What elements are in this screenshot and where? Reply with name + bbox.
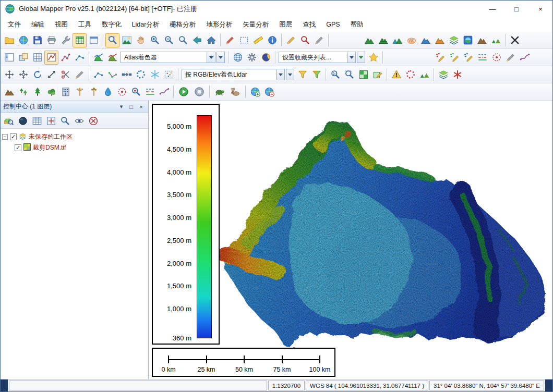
center-on-layer-button[interactable]: [44, 114, 58, 128]
lidar-edit-button[interactable]: [370, 68, 384, 82]
pan-button[interactable]: [134, 33, 148, 47]
menu-item-8[interactable]: 地形分析: [201, 18, 237, 32]
day-night-button[interactable]: [259, 51, 273, 65]
shader-dropdown-arrow[interactable]: [217, 52, 225, 63]
lidar-filter-color-button[interactable]: [309, 68, 323, 82]
layer-attributes-button[interactable]: [30, 114, 44, 128]
sketch-range-button[interactable]: [489, 51, 503, 65]
workspace-label[interactable]: 未保存的工作区: [29, 132, 73, 141]
zoom-out-button[interactable]: [162, 33, 176, 47]
play-simulation-button[interactable]: [176, 84, 191, 100]
lidar-color-button[interactable]: [162, 68, 176, 82]
forest-button[interactable]: [16, 85, 30, 99]
add-globe-layer-button[interactable]: [248, 85, 262, 99]
water-button[interactable]: [101, 85, 115, 99]
overlay-control-button[interactable]: [16, 51, 30, 65]
site-plan-button[interactable]: [129, 85, 143, 99]
maximize-button[interactable]: □: [504, 1, 528, 17]
lidar-noise-button[interactable]: [148, 68, 162, 82]
open-file-button[interactable]: [2, 33, 16, 47]
feature-info-button[interactable]: [265, 33, 279, 47]
vegetation-button[interactable]: [44, 85, 58, 99]
lidar-zoom-button[interactable]: [328, 68, 342, 82]
sketch-spline-button[interactable]: [475, 51, 489, 65]
view-3d-button[interactable]: [119, 33, 134, 47]
lidar-layers-button[interactable]: [436, 68, 450, 82]
sketch-point-button[interactable]: [433, 51, 447, 65]
search-features-button[interactable]: [298, 33, 312, 47]
terrain-profile-button[interactable]: [91, 51, 105, 65]
remove-globe-layer-button[interactable]: [262, 85, 276, 99]
open-online-data-button[interactable]: [16, 33, 30, 47]
lidar-filter-button[interactable]: [295, 68, 309, 82]
panel-pin-button[interactable]: ▾: [117, 102, 126, 111]
panel-close-button[interactable]: ×: [137, 102, 146, 111]
lidar-terrain-button[interactable]: [417, 68, 431, 82]
menu-item-13[interactable]: 帮助: [345, 18, 369, 32]
menu-item-5[interactable]: 数字化: [97, 18, 127, 32]
workspace-checkbox[interactable]: ✓: [10, 133, 17, 140]
select-features-button[interactable]: [237, 33, 251, 47]
control-center-button[interactable]: [2, 51, 16, 65]
print-button[interactable]: [44, 33, 58, 47]
map-view[interactable]: 5,000 m4,500 m4,000 m3,500 m3,000 m2,500…: [149, 101, 552, 379]
terrain-compare-button[interactable]: [390, 33, 404, 47]
terrain-viewshed-button[interactable]: [362, 33, 376, 47]
lidar-dropdown-arrow[interactable]: [286, 69, 294, 80]
measure-button[interactable]: [251, 33, 265, 47]
utility-pole-button[interactable]: [87, 85, 101, 99]
layer-tree-row[interactable]: ✓ 裁剪DSM.tif: [2, 142, 147, 153]
watershed-button[interactable]: [418, 33, 432, 47]
menu-item-6[interactable]: Lidar分析: [127, 18, 165, 32]
menu-item-12[interactable]: GPS: [321, 18, 345, 31]
move-feature-button[interactable]: [2, 68, 16, 82]
attribute-table-button[interactable]: [73, 33, 87, 47]
favorites-star-button[interactable]: [366, 51, 380, 65]
rotate-feature-button[interactable]: [30, 68, 44, 82]
edit-vertices-button[interactable]: [16, 68, 30, 82]
lidar-qc-button[interactable]: [389, 68, 403, 82]
lidar-select-button[interactable]: [342, 68, 356, 82]
layer-checkbox[interactable]: ✓: [15, 144, 21, 151]
terrain-layers-button[interactable]: [447, 33, 461, 47]
favorites-combo[interactable]: 设置收藏夹列表...: [279, 52, 356, 63]
sketch-text-button[interactable]: [503, 51, 518, 65]
sketch-freehand-button[interactable]: [518, 51, 532, 65]
projection-button[interactable]: [231, 51, 245, 65]
lidar-extract-button[interactable]: [356, 68, 370, 82]
close-button[interactable]: ×: [528, 1, 552, 17]
zoom-tool-button[interactable]: [105, 33, 119, 47]
digitizer-erase-button[interactable]: [312, 33, 326, 47]
menu-item-3[interactable]: 视图: [50, 18, 73, 32]
layer-visibility-button[interactable]: [72, 114, 86, 128]
menu-item-1[interactable]: 文件: [3, 18, 26, 32]
panel-float-button[interactable]: □: [127, 102, 136, 111]
building-extract-button[interactable]: [58, 85, 73, 99]
split-feature-button[interactable]: [73, 68, 87, 82]
configuration-button[interactable]: [245, 51, 259, 65]
tree-expander-icon[interactable]: −: [2, 134, 8, 140]
path-profile-button[interactable]: [44, 51, 58, 65]
lidar-returns-button[interactable]: [403, 68, 417, 82]
fly-through-button[interactable]: [73, 51, 87, 65]
favorites-dropdown-arrow[interactable]: [357, 52, 365, 63]
scale-feature-button[interactable]: [44, 68, 58, 82]
contour-button[interactable]: [404, 33, 418, 47]
terrain-multi-button[interactable]: [489, 33, 503, 47]
new-map-view-button[interactable]: [87, 33, 101, 47]
terrain-paint-button[interactable]: [432, 33, 447, 47]
terrain-cut-fill-button[interactable]: [105, 51, 119, 65]
menu-item-11[interactable]: 查找: [297, 18, 321, 32]
landcover-button[interactable]: [2, 85, 16, 99]
close-layer-button[interactable]: [86, 114, 100, 128]
zoom-to-layer-button[interactable]: [58, 114, 72, 128]
flatten-terrain-button[interactable]: [115, 85, 129, 99]
lidar-combo[interactable]: 按 RGB/Elev着色Lidar: [182, 69, 285, 80]
save-workspace-button[interactable]: [30, 33, 44, 47]
powerline-button[interactable]: [73, 85, 87, 99]
lidar-combo-arrow-icon[interactable]: [276, 69, 284, 80]
layer-label[interactable]: 裁剪DSM.tif: [33, 143, 66, 152]
lidar-spatial-button[interactable]: [450, 68, 464, 82]
stop-simulation-button[interactable]: [191, 84, 207, 100]
options-button[interactable]: [58, 33, 73, 47]
